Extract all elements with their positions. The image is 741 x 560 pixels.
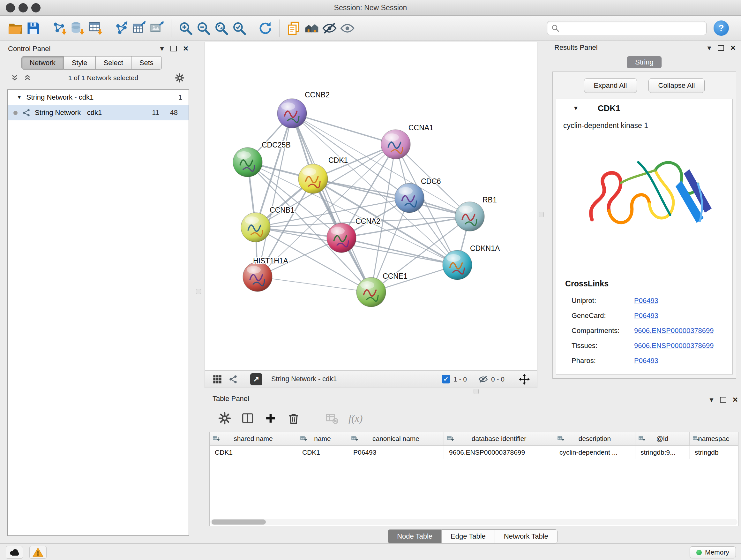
search-box[interactable] xyxy=(547,21,706,35)
network-node-CCNA1[interactable]: CCNA1 xyxy=(381,124,433,159)
network-node-CDKN1A[interactable]: CDKN1A xyxy=(443,244,500,280)
show-all-button[interactable] xyxy=(338,19,356,37)
panel-menu-icon[interactable]: ▾ xyxy=(160,45,164,52)
column-header-namespace[interactable]: namespac xyxy=(690,432,738,445)
column-header-id[interactable]: @id xyxy=(635,432,690,445)
cell-id[interactable]: stringdb:9... xyxy=(635,446,690,459)
cell-namespace[interactable]: stringdb xyxy=(690,446,738,459)
column-header-description[interactable]: description xyxy=(554,432,635,445)
help-button[interactable]: ? xyxy=(714,20,729,36)
panel-close-icon[interactable]: × xyxy=(733,395,738,404)
panel-float-icon[interactable] xyxy=(720,397,726,402)
bottom-splitter-handle[interactable] xyxy=(474,389,479,394)
cell-name[interactable]: CDK1 xyxy=(297,446,348,459)
network-overview-icon[interactable] xyxy=(228,374,238,384)
tab-network[interactable]: Network xyxy=(21,56,64,70)
collapse-all-icon[interactable] xyxy=(10,74,19,82)
left-splitter-handle[interactable] xyxy=(196,289,201,294)
panel-close-icon[interactable]: × xyxy=(183,44,188,53)
cloud-icon xyxy=(9,547,20,558)
zoom-fit-icon xyxy=(214,21,229,36)
export-image-button[interactable] xyxy=(148,19,166,37)
tab-select[interactable]: Select xyxy=(96,56,131,70)
zoom-in-button[interactable] xyxy=(177,19,194,37)
tree-expand-icon[interactable]: ▼ xyxy=(17,94,22,101)
panel-close-icon[interactable]: × xyxy=(731,44,736,52)
panel-menu-icon[interactable]: ▾ xyxy=(710,396,714,403)
table-settings-gear-icon[interactable] xyxy=(218,412,231,425)
network-node-RB1[interactable]: RB1 xyxy=(455,196,497,231)
crosslink-link[interactable]: P06493 xyxy=(634,312,658,320)
show-columns-icon[interactable] xyxy=(241,412,254,425)
warnings-button[interactable] xyxy=(29,546,47,559)
network-collection-row[interactable]: ▼ String Network - cdk1 1 xyxy=(8,90,189,105)
horizontal-scrollbar[interactable] xyxy=(210,519,738,525)
network-canvas-area[interactable]: CCNB2CCNA1CDC25BCDK1CDC6RB1CCNB1CCNA2CDK… xyxy=(205,42,537,370)
column-header-name[interactable]: name xyxy=(297,432,348,445)
grid-view-icon[interactable] xyxy=(212,374,222,384)
network-node-CCNB1[interactable]: CCNB1 xyxy=(241,206,294,242)
column-type-icon xyxy=(300,435,307,442)
export-network-button[interactable] xyxy=(112,19,130,37)
expand-all-button[interactable]: Expand All xyxy=(584,78,637,93)
tab-network-table[interactable]: Network Table xyxy=(495,530,557,543)
column-header-database-identifier[interactable]: database identifier xyxy=(444,432,554,445)
column-header-shared-name[interactable]: shared name xyxy=(210,432,297,445)
memory-button[interactable]: Memory xyxy=(690,546,736,558)
first-neighbors-button[interactable] xyxy=(302,19,320,37)
column-header-canonical-name[interactable]: canonical name xyxy=(348,432,444,445)
selected-nodes-checkbox[interactable]: ✓ xyxy=(442,375,450,383)
network-node-CDK1[interactable]: CDK1 xyxy=(298,156,348,193)
delete-table-icon-disabled xyxy=(326,412,338,425)
tab-sets[interactable]: Sets xyxy=(131,56,162,70)
panel-float-icon[interactable] xyxy=(171,46,177,51)
open-session-button[interactable] xyxy=(6,19,24,37)
cell-canonical-name[interactable]: P06493 xyxy=(348,446,444,459)
import-table-button[interactable] xyxy=(86,19,104,37)
right-splitter-handle[interactable] xyxy=(539,212,544,217)
zoom-fit-button[interactable] xyxy=(212,19,230,37)
crosslink-link[interactable]: 9606.ENSP00000378699 xyxy=(634,327,714,335)
delete-column-trash-icon[interactable] xyxy=(287,412,300,425)
panel-float-icon[interactable] xyxy=(718,45,724,51)
gear-icon[interactable] xyxy=(175,73,185,83)
network-node-HIST1H1A[interactable]: HIST1H1A xyxy=(243,257,288,292)
tab-style[interactable]: Style xyxy=(64,56,96,70)
duplicate-network-button[interactable] xyxy=(285,19,302,37)
panel-menu-icon[interactable]: ▾ xyxy=(708,44,711,52)
tab-string[interactable]: String xyxy=(627,56,662,68)
pan-crosshair-icon[interactable] xyxy=(519,374,530,385)
refresh-view-button[interactable] xyxy=(256,19,274,37)
cell-shared-name[interactable]: CDK1 xyxy=(210,446,297,459)
node-label-CCNE1: CCNE1 xyxy=(383,272,408,280)
save-session-button[interactable] xyxy=(24,19,42,37)
network-edges[interactable] xyxy=(248,113,470,292)
collapse-all-button[interactable]: Collapse All xyxy=(649,78,705,93)
import-network-database-button[interactable] xyxy=(68,19,86,37)
tab-node-table[interactable]: Node Table xyxy=(388,530,442,543)
crosslink-row: GeneCard: P06493 xyxy=(571,308,725,323)
cell-database-identifier[interactable]: 9606.ENSP00000378699 xyxy=(444,446,554,459)
collapse-section-icon[interactable]: ▼ xyxy=(573,105,579,112)
import-network-file-button[interactable] xyxy=(51,19,68,37)
import-database-icon xyxy=(70,21,85,36)
hide-selected-button[interactable] xyxy=(320,19,338,37)
crosslink-link[interactable]: P06493 xyxy=(634,357,658,365)
table-row[interactable]: CDK1 CDK1 P06493 9606.ENSP00000378699 cy… xyxy=(210,446,738,459)
zoom-selected-button[interactable] xyxy=(230,19,248,37)
tab-edge-table[interactable]: Edge Table xyxy=(442,530,495,543)
cell-description[interactable]: cyclin-dependent ... xyxy=(554,446,635,459)
cloud-status-button[interactable] xyxy=(6,546,23,559)
export-table-button[interactable] xyxy=(130,19,148,37)
expand-all-icon[interactable] xyxy=(23,74,31,82)
crosslink-link[interactable]: 9606.ENSP00000378699 xyxy=(634,341,714,350)
zoom-out-button[interactable] xyxy=(194,19,212,37)
network-row[interactable]: String Network - cdk1 11 48 xyxy=(8,105,189,120)
scrollbar-thumb[interactable] xyxy=(212,519,266,524)
network-canvas[interactable]: CCNB2CCNA1CDC25BCDK1CDC6RB1CCNB1CCNA2CDK… xyxy=(205,42,537,370)
search-input[interactable] xyxy=(562,24,702,32)
add-column-icon[interactable] xyxy=(264,412,277,425)
detach-view-button[interactable]: ↗ xyxy=(250,373,262,385)
crosslink-link[interactable]: P06493 xyxy=(634,297,658,305)
network-tree: ▼ String Network - cdk1 1 String Network… xyxy=(7,89,189,536)
